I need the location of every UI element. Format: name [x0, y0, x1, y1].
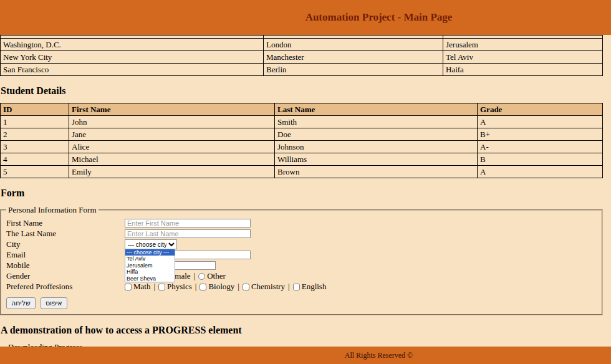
table-row: 5 Emily Brown A: [1, 166, 603, 178]
cell: B+: [478, 128, 603, 141]
cell: 3: [1, 141, 69, 153]
cell: B: [478, 153, 603, 166]
cell: Williams: [275, 153, 478, 166]
email-label: Email: [6, 250, 125, 260]
cell: Berlin: [264, 64, 443, 76]
email-row: Email: [6, 250, 597, 260]
cell: 1: [1, 116, 69, 128]
cell: Alice: [69, 141, 275, 153]
profession-checkbox-physics[interactable]: [158, 284, 165, 290]
gender-row: Gender Male | Female | Other: [6, 271, 597, 281]
table-row: 1 John Smith A: [1, 116, 603, 128]
table-row: 2 Jane Doe B+: [1, 128, 603, 141]
column-header: First Name: [69, 103, 275, 116]
cell: 4: [1, 153, 69, 166]
column-header: Last Name: [275, 103, 478, 116]
column-header: Grade: [478, 103, 603, 116]
table-row: New York City Manchester Tel Aviv: [1, 51, 603, 64]
cell: 2: [1, 128, 69, 141]
page-title: Automation Project - Main Page: [0, 0, 611, 24]
header-bar: Automation Project - Main Page: [0, 0, 611, 35]
cell: Haifa: [443, 64, 603, 76]
cell: A-: [478, 141, 603, 153]
form-buttons-row: שליחה איפוס: [6, 297, 597, 309]
form-heading: Form: [1, 188, 611, 199]
cell: London: [264, 39, 443, 51]
submit-button[interactable]: שליחה: [6, 297, 36, 309]
footer-bar: All Rights Reserved ©: [0, 347, 611, 364]
first-name-row: First Name: [6, 218, 597, 228]
cell: John: [69, 116, 275, 128]
profession-checkbox-english[interactable]: [293, 284, 300, 290]
last-name-row: The Last Name: [6, 229, 597, 239]
cell: New York City: [1, 51, 264, 64]
page: Automation Project - Main Page Washingto…: [0, 0, 611, 364]
table-row: San Francisco Berlin Haifa: [1, 64, 603, 76]
city-label: City: [6, 239, 125, 249]
cell: Smith: [275, 116, 478, 128]
last-name-label: The Last Name: [6, 229, 125, 239]
cell: A: [478, 116, 603, 128]
profession-checkbox-chemistry[interactable]: [243, 284, 249, 290]
reset-button[interactable]: איפוס: [41, 297, 67, 309]
column-header: ID: [1, 103, 69, 116]
city-row: City --- choose city --- --- choose city…: [6, 239, 597, 249]
first-name-label: First Name: [6, 218, 125, 228]
professions-row: Prefered Proffesions Math | Physics | Bi…: [6, 282, 597, 292]
cell: Jerusalem: [443, 39, 603, 51]
cell: Tel Aviv: [443, 51, 603, 64]
cell: Johnson: [275, 141, 478, 153]
separator: |: [238, 282, 239, 292]
profession-option-label: Chemistry: [251, 282, 285, 292]
table-row: 3 Alice Johnson A-: [1, 141, 603, 153]
last-name-field[interactable]: [125, 229, 251, 238]
cell: Jane: [69, 128, 275, 141]
cell: San Francisco: [1, 64, 264, 76]
table-row: 4 Michael Williams B: [1, 153, 603, 166]
city-dropdown-list: --- choose city --- Tel Aviv Jerusalem H…: [125, 249, 175, 283]
footer-text: All Rights Reserved ©: [0, 347, 611, 360]
gender-label: Gender: [6, 271, 125, 281]
gender-option-label: Other: [207, 271, 226, 281]
cell: 5: [1, 166, 69, 178]
profession-checkbox-biology[interactable]: [200, 284, 206, 290]
mobile-label: Mobile: [6, 261, 125, 271]
profession-option-label: English: [302, 282, 327, 292]
student-details-heading: Student Details: [1, 85, 611, 97]
dropdown-option[interactable]: Beer Sheva: [125, 275, 175, 282]
cell: A: [478, 166, 603, 178]
separator: |: [288, 282, 290, 292]
profession-checkbox-math[interactable]: [125, 284, 132, 290]
first-name-field[interactable]: [125, 219, 251, 228]
table-header-row: ID First Name Last Name Grade: [1, 103, 603, 116]
cell: Doe: [275, 128, 478, 141]
profession-option-label: Biology: [208, 282, 234, 292]
cell: Manchester: [264, 51, 443, 64]
mobile-row: Mobile: [6, 261, 597, 271]
cell: Brown: [275, 166, 478, 178]
dropdown-option[interactable]: Hiffa: [125, 269, 175, 275]
dropdown-option[interactable]: --- choose city ---: [125, 249, 175, 256]
cell: Washington, D.C.: [1, 39, 264, 51]
profession-option-label: Physics: [167, 282, 192, 292]
cell: Michael: [69, 153, 275, 166]
students-table: ID First Name Last Name Grade 1 John Smi…: [0, 103, 603, 178]
separator: |: [195, 282, 197, 292]
table-row: Washington, D.C. London Jerusalem: [1, 39, 603, 51]
dropdown-option[interactable]: Jerusalem: [125, 262, 175, 269]
personal-info-fieldset: Personal Information Form First Name The…: [0, 205, 603, 315]
cities-table: Washington, D.C. London Jerusalem New Yo…: [0, 35, 603, 76]
dropdown-option[interactable]: Tel Aviv: [125, 256, 175, 262]
personal-info-legend: Personal Information Form: [6, 205, 99, 215]
profession-option-label: Math: [133, 282, 150, 292]
separator: |: [153, 282, 155, 292]
separator: |: [194, 271, 196, 281]
progress-demo-heading: A demonstration of how to access a PROGR…: [1, 325, 611, 336]
gender-radio-other[interactable]: [198, 273, 205, 280]
cell: Emily: [69, 166, 275, 178]
professions-label: Prefered Proffesions: [6, 282, 125, 292]
